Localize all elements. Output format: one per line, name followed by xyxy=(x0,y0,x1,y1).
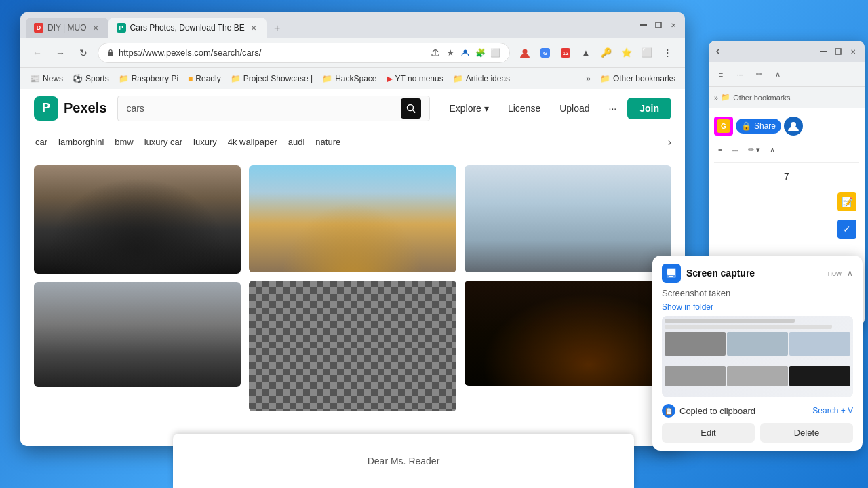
photo-item-6[interactable] xyxy=(465,281,671,386)
share-button[interactable]: 🔒 Share xyxy=(736,119,781,134)
license-nav[interactable]: License xyxy=(500,99,549,118)
photo-item-3[interactable] xyxy=(465,165,671,272)
side-edit-icon[interactable]: ✏ xyxy=(751,66,767,83)
tab-diy-close[interactable]: ✕ xyxy=(91,23,100,33)
photo-item-5[interactable] xyxy=(249,281,456,411)
yt-icon: ▶ xyxy=(387,74,393,83)
close-button[interactable]: ✕ xyxy=(667,19,679,31)
bookmark-project-showcase[interactable]: 📁 Project Showcase | xyxy=(226,72,317,85)
doc-more-btn[interactable]: ··· xyxy=(728,144,742,157)
search-shortcut[interactable]: Search + V xyxy=(812,406,853,415)
doc-collapse-btn[interactable]: ∧ xyxy=(766,144,779,157)
tag-luxury[interactable]: luxury xyxy=(192,134,218,150)
notification-time: now xyxy=(828,269,842,277)
extension-2-icon[interactable]: 12 xyxy=(556,43,575,62)
pexels-logo[interactable]: P Pexels xyxy=(34,96,106,121)
doc-edit-btn[interactable]: ✏ ▾ xyxy=(744,144,764,157)
tag-4k-wallpaper[interactable]: 4k wallpaper xyxy=(226,134,279,150)
extension-3-icon[interactable]: ▲ xyxy=(576,43,595,62)
extension-1-icon[interactable]: G xyxy=(536,43,555,62)
svg-point-5 xyxy=(523,49,528,54)
explore-nav[interactable]: Explore ▾ xyxy=(441,99,496,118)
tab-pexels-favicon: P xyxy=(117,23,126,33)
bookmark-readly[interactable]: ■ Readly xyxy=(184,72,225,85)
edit-button[interactable]: Edit xyxy=(662,423,755,443)
pexels-search-button[interactable] xyxy=(401,98,421,119)
bookmark-sports[interactable]: ⚽ Sports xyxy=(68,72,113,85)
pexels-search-input[interactable]: cars xyxy=(126,103,395,114)
check-icon[interactable]: ✓ xyxy=(837,220,856,239)
extension-4-icon[interactable]: 🔑 xyxy=(597,43,616,62)
tags-next-arrow[interactable]: › xyxy=(668,136,671,148)
minimize-button[interactable] xyxy=(637,19,650,31)
forward-button[interactable]: → xyxy=(52,44,69,62)
page-number-area: 7 xyxy=(714,165,859,187)
side-minimize-button[interactable] xyxy=(817,45,829,58)
note-icon[interactable]: 📝 xyxy=(837,192,856,211)
more-nav[interactable]: ··· xyxy=(601,99,625,118)
pexels-header: P Pexels cars Explore ▾ License xyxy=(20,89,685,127)
side-restore-button[interactable] xyxy=(832,45,844,58)
new-tab-button[interactable]: + xyxy=(269,20,285,37)
pexels-search-bar[interactable]: cars xyxy=(117,96,430,121)
bookmark-other[interactable]: 📁 Other bookmarks xyxy=(596,72,679,85)
side-more-icon[interactable]: ··· xyxy=(732,66,748,83)
preview-inner xyxy=(662,316,853,397)
share-icon[interactable] xyxy=(429,47,441,59)
clipboard-text: Copied to clipboard xyxy=(679,406,755,416)
google-account-icon[interactable] xyxy=(515,43,534,62)
notification-preview[interactable] xyxy=(662,316,853,397)
notification-title: Screen capture xyxy=(686,268,823,279)
join-button[interactable]: Join xyxy=(627,98,671,119)
pexels-logo-text: Pexels xyxy=(64,100,106,116)
preview-cell-6 xyxy=(789,366,850,386)
side-list-icon[interactable]: ≡ xyxy=(713,66,729,83)
tab-pexels[interactable]: P Cars Photos, Download The BE ✕ xyxy=(108,18,267,38)
notification-actions: 📋 Copied to clipboard Search + V xyxy=(662,404,853,418)
extension-5-icon[interactable]: ⭐ xyxy=(617,43,636,62)
browser-actions: G 12 ▲ 🔑 ⭐ ⬜ ⋮ xyxy=(515,43,677,62)
bookmark-star-icon[interactable]: ★ xyxy=(444,47,456,59)
photo-item-2[interactable] xyxy=(249,165,456,272)
photo-item-4[interactable] xyxy=(34,282,241,387)
upload-nav[interactable]: Upload xyxy=(551,99,597,118)
bookmark-more-button[interactable]: » xyxy=(582,72,595,85)
tag-nature[interactable]: nature xyxy=(314,134,342,150)
reload-button[interactable]: ↻ xyxy=(75,44,92,62)
bookmark-article-ideas[interactable]: 📁 Article ideas xyxy=(449,72,514,85)
tag-bmw[interactable]: bmw xyxy=(113,134,134,150)
profile-icon[interactable] xyxy=(459,47,471,59)
url-bar[interactable]: https://www.pexels.com/search/cars/ ★ 🧩 … xyxy=(98,43,510,63)
sidebar-toggle-icon[interactable]: ⬜ xyxy=(637,43,656,62)
bookmark-raspberry-pi[interactable]: 📁 Raspberry Pi xyxy=(115,72,182,85)
cast-icon[interactable]: ⬜ xyxy=(489,47,501,59)
side-extension-1[interactable]: G xyxy=(714,117,733,136)
bookmark-yt-no-menus[interactable]: ▶ YT no menus xyxy=(382,72,448,85)
readly-folder-icon: ■ xyxy=(188,74,193,83)
doc-list-btn[interactable]: ≡ xyxy=(714,144,726,157)
restore-button[interactable] xyxy=(652,19,665,31)
profile-avatar[interactable] xyxy=(784,117,803,136)
delete-button[interactable]: Delete xyxy=(760,423,853,443)
show-in-folder-link[interactable]: Show in folder xyxy=(662,302,853,312)
back-button[interactable]: ← xyxy=(28,44,46,62)
extensions-icon[interactable]: 🧩 xyxy=(474,47,486,59)
svg-line-11 xyxy=(413,110,416,113)
side-collapse-icon[interactable]: ∧ xyxy=(770,66,786,83)
bookmark-hackspace[interactable]: 📁 HackSpace xyxy=(318,72,380,85)
menu-icon[interactable]: ⋮ xyxy=(658,43,677,62)
tag-luxury-car[interactable]: luxury car xyxy=(143,134,184,150)
pexels-content: P Pexels cars Explore ▾ License xyxy=(20,89,685,446)
side-close-button[interactable]: ✕ xyxy=(847,45,859,58)
bookmark-news[interactable]: 📰 News xyxy=(26,72,67,85)
notification-collapse-button[interactable]: ∧ xyxy=(847,268,853,278)
tab-pexels-close[interactable]: ✕ xyxy=(249,23,258,33)
notification-footer: Edit Delete xyxy=(662,423,853,443)
tag-audi[interactable]: audi xyxy=(287,134,307,150)
sports-folder-icon: ⚽ xyxy=(73,74,83,83)
tag-car[interactable]: car xyxy=(34,134,49,150)
svg-rect-0 xyxy=(640,24,647,26)
tag-lamborghini[interactable]: lamborghini xyxy=(57,134,105,150)
photo-item-1[interactable] xyxy=(34,165,241,274)
tab-diy[interactable]: D DIY | MUO ✕ xyxy=(26,18,108,38)
